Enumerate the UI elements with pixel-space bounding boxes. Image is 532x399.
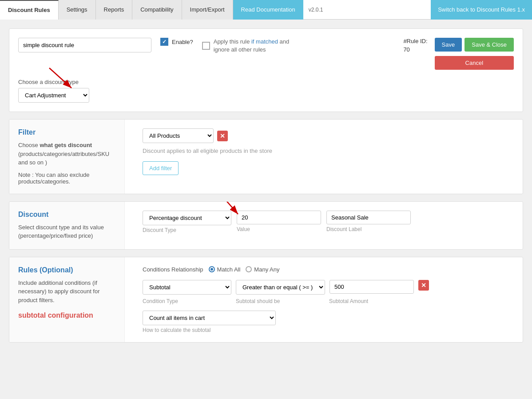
rules-title: Rules (Optional) — [18, 266, 115, 274]
conditions-relationship: Conditions Relationship Match All Many A… — [143, 266, 514, 273]
save-button[interactable]: Save — [435, 38, 462, 52]
add-filter-button[interactable]: Add filter — [143, 161, 179, 175]
all-products-select[interactable]: All Products Specific Products Specific … — [143, 128, 214, 143]
tab-import-export[interactable]: Import/Export — [182, 0, 233, 20]
main-content: Enable? Apply this rule if matched and i… — [0, 20, 532, 359]
enable-section: Enable? — [160, 38, 193, 46]
discount-type-select[interactable]: Cart Adjustment Product Discount Buy X G… — [18, 88, 89, 103]
rule-name-input[interactable] — [18, 38, 151, 52]
discount-value-field: Value — [237, 211, 321, 232]
subtotal-calc-row: Count all items in cart Count unique ite… — [143, 311, 514, 333]
filter-row: All Products Specific Products Specific … — [143, 128, 514, 143]
filter-desc-main: Choose what gets discount (products/cate… — [18, 141, 115, 167]
read-documentation-button[interactable]: Read Documentation — [233, 0, 303, 20]
remove-condition-button[interactable]: ✕ — [418, 280, 429, 291]
rule-id-section: #Rule ID: 70 — [403, 38, 427, 53]
top-navigation: Discount Rules Settings Reports Compatib… — [0, 0, 532, 20]
rule-id-value: 70 — [403, 46, 409, 53]
conditions-relationship-label: Conditions Relationship — [143, 266, 203, 273]
many-any-radio[interactable]: Many Any — [246, 266, 279, 273]
tab-discount-rules[interactable]: Discount Rules — [0, 0, 59, 20]
discount-label-field: Discount Label — [326, 211, 411, 232]
discount-value-input[interactable] — [237, 211, 321, 224]
version-label: v2.0.1 — [303, 7, 329, 13]
apply-rule-text: Apply this rule if matched and ignore al… — [214, 38, 294, 54]
many-any-radio-icon — [246, 266, 252, 272]
discount-type-section: Choose a discount type Cart Adjustment P… — [18, 79, 514, 103]
filter-note: Note : You can also exclude products/cat… — [18, 172, 115, 185]
rules-section: Rules (Optional) Include additional cond… — [9, 257, 523, 343]
action-buttons: Save Save & Close Cancel — [435, 38, 514, 70]
discount-type-dropdown[interactable]: Percentage discount Fixed discount Fixed… — [143, 211, 231, 225]
enable-label: Enable? — [172, 39, 193, 45]
match-all-label: Match All — [217, 266, 241, 273]
remove-filter-button[interactable]: ✕ — [217, 131, 228, 141]
filter-section-left: Filter Choose what gets discount (produc… — [9, 120, 125, 194]
discount-title: Discount — [18, 211, 115, 219]
rule-name-card: Enable? Apply this rule if matched and i… — [9, 28, 523, 112]
tab-settings[interactable]: Settings — [59, 0, 96, 20]
switch-back-button[interactable]: Switch back to Discount Rules 1.x — [431, 0, 532, 20]
subtotal-should-be-label: Subtotal should be — [236, 298, 325, 304]
discount-label-input[interactable] — [326, 211, 411, 224]
discount-section-left: Discount Select discount type and its va… — [9, 202, 125, 249]
save-close-button[interactable]: Save & Close — [465, 38, 514, 52]
enable-checkbox[interactable] — [160, 38, 168, 46]
discount-type-field-label: Discount Type — [143, 227, 231, 233]
discount-type-field: Percentage discount Fixed discount Fixed… — [143, 211, 231, 233]
subtotal-calc-label: How to calculate the subtotal — [143, 327, 514, 333]
condition-type-label: Condition Type — [143, 298, 231, 304]
rule-id-label: #Rule ID: — [403, 38, 427, 44]
discount-section: Discount Select discount type and its va… — [9, 201, 523, 250]
filter-section: Filter Choose what gets discount (produc… — [9, 119, 523, 194]
discount-label-field-label: Discount Label — [326, 226, 411, 232]
discount-section-right: Percentage discount Fixed discount Fixed… — [134, 202, 523, 249]
discount-fields: Percentage discount Fixed discount Fixed… — [143, 211, 514, 233]
apply-rule-checkbox[interactable] — [202, 42, 210, 50]
tab-compatibility[interactable]: Compatibility — [132, 0, 182, 20]
condition-value-input[interactable] — [330, 280, 414, 294]
match-all-radio[interactable]: Match All — [209, 266, 241, 273]
rules-desc: Include additional conditions (if necess… — [18, 279, 115, 305]
match-all-radio-icon — [209, 266, 215, 272]
cancel-button[interactable]: Cancel — [435, 56, 514, 70]
many-any-label: Many Any — [254, 266, 279, 273]
condition-type-select[interactable]: Subtotal Cart Item Count Customer Role — [143, 280, 231, 295]
subtotal-amount-label: Subtotal Amount — [329, 298, 368, 304]
discount-type-label: Choose a discount type — [18, 79, 514, 85]
tab-reports[interactable]: Reports — [96, 0, 133, 20]
rules-section-right: Conditions Relationship Match All Many A… — [134, 257, 523, 342]
filter-section-right: All Products Specific Products Specific … — [134, 120, 523, 194]
rules-section-left: Rules (Optional) Include additional cond… — [9, 257, 125, 342]
subtotal-calc-select[interactable]: Count all items in cart Count unique ite… — [143, 311, 276, 325]
filter-title: Filter — [18, 128, 115, 136]
condition-row: Subtotal Cart Item Count Customer Role G… — [143, 280, 514, 295]
condition-labels-row: Condition Type Subtotal should be Subtot… — [143, 298, 514, 304]
discount-value-field-label: Value — [237, 226, 321, 232]
apply-rule-section: Apply this rule if matched and ignore al… — [202, 38, 294, 54]
subtotal-annotation: subtotal configuration — [18, 311, 115, 319]
filter-applied-desc: Discount applies to all eligible product… — [143, 148, 514, 154]
discount-desc: Select discount type and its value (perc… — [18, 223, 115, 240]
condition-operator-select[interactable]: Greater than or equal ( >= ) Less than o… — [236, 280, 325, 295]
